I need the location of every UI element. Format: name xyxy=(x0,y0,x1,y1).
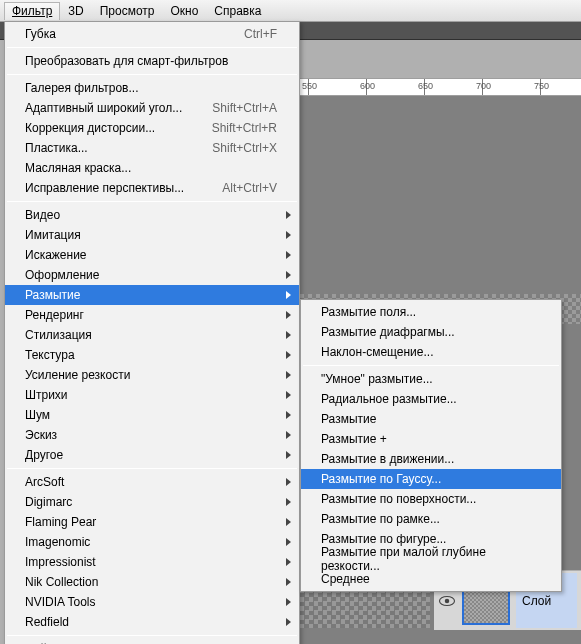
blur-submenu-item[interactable]: Размытие по рамке... xyxy=(301,509,561,529)
menu-separator xyxy=(303,365,559,366)
filter-menu-item[interactable]: Текстура xyxy=(5,345,299,365)
menubar: Фильтр 3D Просмотр Окно Справка xyxy=(0,0,581,22)
ruler-tick: 650 xyxy=(418,81,433,91)
filter-menu-item[interactable]: Адаптивный широкий угол...Shift+Ctrl+A xyxy=(5,98,299,118)
blur-submenu-item[interactable]: Размытие диафрагмы... xyxy=(301,322,561,342)
filter-menu-item[interactable]: Коррекция дисторсии...Shift+Ctrl+R xyxy=(5,118,299,138)
menu-item-label: Стилизация xyxy=(25,328,277,342)
filter-menu-item[interactable]: Nik Collection xyxy=(5,572,299,592)
menu-item-label: Оформление xyxy=(25,268,277,282)
ruler-tick: 700 xyxy=(476,81,491,91)
ruler-tick: 550 xyxy=(302,81,317,91)
menu-item-label: Штрихи xyxy=(25,388,277,402)
filter-menu-item[interactable]: Масляная краска... xyxy=(5,158,299,178)
submenu-arrow-icon xyxy=(286,231,291,239)
menubar-item-3d[interactable]: 3D xyxy=(60,2,91,20)
menu-item-shortcut: Shift+Ctrl+X xyxy=(212,141,277,155)
menu-item-label: Галерея фильтров... xyxy=(25,81,277,95)
svg-point-1 xyxy=(445,598,450,603)
filter-menu-item[interactable]: NVIDIA Tools xyxy=(5,592,299,612)
filter-menu-item[interactable]: Imagenomic xyxy=(5,532,299,552)
menu-item-label: Коррекция дисторсии... xyxy=(25,121,196,135)
blur-submenu-item[interactable]: Среднее xyxy=(301,569,561,589)
blur-submenu-item[interactable]: Наклон-смещение... xyxy=(301,342,561,362)
filter-menu-item[interactable]: Пластика...Shift+Ctrl+X xyxy=(5,138,299,158)
visibility-eye-icon[interactable] xyxy=(438,595,456,607)
menu-item-label: Nik Collection xyxy=(25,575,277,589)
menubar-item-view[interactable]: Просмотр xyxy=(92,2,163,20)
horizontal-ruler: 550 600 650 700 750 xyxy=(300,78,581,96)
filter-menu-item[interactable]: Шум xyxy=(5,405,299,425)
filter-menu-item[interactable]: Рендеринг xyxy=(5,305,299,325)
blur-submenu-item[interactable]: Размытие при малой глубине резкости... xyxy=(301,549,561,569)
filter-menu-item[interactable]: Стилизация xyxy=(5,325,299,345)
menu-item-label: Imagenomic xyxy=(25,535,277,549)
filter-menu-item[interactable]: Имитация xyxy=(5,225,299,245)
blur-submenu-item[interactable]: Размытие + xyxy=(301,429,561,449)
filter-menu-item[interactable]: Преобразовать для смарт-фильтров xyxy=(5,51,299,71)
filter-menu-item[interactable]: Другое xyxy=(5,445,299,465)
blur-submenu-item[interactable]: "Умное" размытие... xyxy=(301,369,561,389)
filter-menu-item[interactable]: Redfield xyxy=(5,612,299,632)
filter-menu-item[interactable]: Оформление xyxy=(5,265,299,285)
menu-item-label: Flaming Pear xyxy=(25,515,277,529)
submenu-arrow-icon xyxy=(286,291,291,299)
filter-menu-item[interactable]: Искажение xyxy=(5,245,299,265)
menu-item-label: Размытие по поверхности... xyxy=(321,492,539,506)
menu-item-label: Текстура xyxy=(25,348,277,362)
menu-item-shortcut: Ctrl+F xyxy=(244,27,277,41)
submenu-arrow-icon xyxy=(286,251,291,259)
menu-item-label: Среднее xyxy=(321,572,539,586)
ruler-tick: 750 xyxy=(534,81,549,91)
filter-menu-item[interactable]: Найти фильтры в Интернете... xyxy=(5,639,299,644)
submenu-arrow-icon xyxy=(286,598,291,606)
menu-item-label: Рендеринг xyxy=(25,308,277,322)
filter-menu-item[interactable]: Усиление резкости xyxy=(5,365,299,385)
menu-item-label: Размытие диафрагмы... xyxy=(321,325,539,339)
blur-submenu-item[interactable]: Размытие xyxy=(301,409,561,429)
menu-separator xyxy=(7,635,297,636)
submenu-arrow-icon xyxy=(286,331,291,339)
blur-submenu-item[interactable]: Размытие в движении... xyxy=(301,449,561,469)
blur-submenu-item[interactable]: Размытие поля... xyxy=(301,302,561,322)
menubar-label: Просмотр xyxy=(100,4,155,18)
menu-item-label: Преобразовать для смарт-фильтров xyxy=(25,54,277,68)
filter-menu-item[interactable]: ArcSoft xyxy=(5,472,299,492)
menu-item-label: Шум xyxy=(25,408,277,422)
submenu-arrow-icon xyxy=(286,391,291,399)
submenu-arrow-icon xyxy=(286,311,291,319)
filter-menu-item[interactable]: Галерея фильтров... xyxy=(5,78,299,98)
menu-item-label: Видео xyxy=(25,208,277,222)
menubar-item-filter[interactable]: Фильтр xyxy=(4,2,60,20)
menubar-item-window[interactable]: Окно xyxy=(162,2,206,20)
submenu-arrow-icon xyxy=(286,271,291,279)
menu-item-label: "Умное" размытие... xyxy=(321,372,539,386)
menu-item-label: Усиление резкости xyxy=(25,368,277,382)
blur-submenu: Размытие поля...Размытие диафрагмы...Нак… xyxy=(300,299,562,592)
blur-submenu-item[interactable]: Размытие по Гауссу... xyxy=(301,469,561,489)
filter-menu-item[interactable]: Impressionist xyxy=(5,552,299,572)
filter-menu-item[interactable]: Flaming Pear xyxy=(5,512,299,532)
filter-menu-item[interactable]: Размытие xyxy=(5,285,299,305)
filter-menu-item[interactable]: Штрихи xyxy=(5,385,299,405)
menu-separator xyxy=(7,74,297,75)
menu-item-label: Размытие xyxy=(321,412,539,426)
submenu-arrow-icon xyxy=(286,538,291,546)
menu-item-shortcut: Shift+Ctrl+R xyxy=(212,121,277,135)
menu-item-label: Пластика... xyxy=(25,141,196,155)
menu-item-label: Размытие по фигуре... xyxy=(321,532,539,546)
filter-menu-item[interactable]: Исправление перспективы...Alt+Ctrl+V xyxy=(5,178,299,198)
menubar-item-help[interactable]: Справка xyxy=(206,2,269,20)
filter-menu-item[interactable]: ГубкаCtrl+F xyxy=(5,24,299,44)
menubar-label: Окно xyxy=(170,4,198,18)
submenu-arrow-icon xyxy=(286,498,291,506)
filter-menu-item[interactable]: Видео xyxy=(5,205,299,225)
blur-submenu-item[interactable]: Размытие по поверхности... xyxy=(301,489,561,509)
filter-menu-item[interactable]: Эскиз xyxy=(5,425,299,445)
menu-item-label: NVIDIA Tools xyxy=(25,595,277,609)
submenu-arrow-icon xyxy=(286,451,291,459)
submenu-arrow-icon xyxy=(286,478,291,486)
blur-submenu-item[interactable]: Радиальное размытие... xyxy=(301,389,561,409)
filter-menu-item[interactable]: Digimarc xyxy=(5,492,299,512)
menu-separator xyxy=(7,468,297,469)
